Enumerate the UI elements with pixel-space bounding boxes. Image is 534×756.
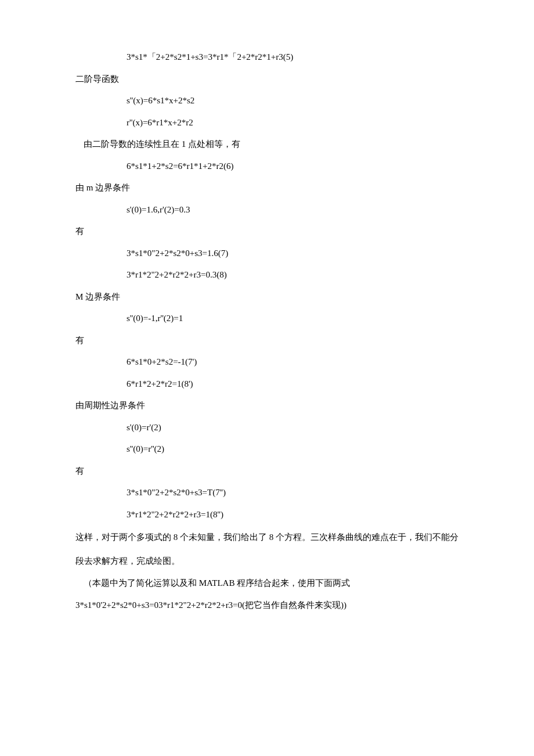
document-page: 3*s1*「2+2*s2*1+s3=3*r1*「2+2*r2*1+r3(5) 二…	[0, 0, 534, 651]
periodic-condition-1: s'(0)=r'(2)	[75, 417, 459, 439]
paragraph-summary: 这样，对于两个多项式的 8 个未知量，我们给出了 8 个方程。三次样条曲线的难点…	[75, 525, 459, 573]
heading-second-derivative: 二阶导函数	[75, 69, 459, 91]
equation-7-prime: 6*s1*0+2*s2=-1(7')	[75, 351, 459, 373]
equation-8: 3*r1*2"2+2*r2*2+r3=0.3(8)	[75, 264, 459, 286]
heading-periodic-boundary: 由周期性边界条件	[75, 395, 459, 417]
text-you-1: 有	[75, 221, 459, 243]
equation-8-double-prime: 3*r1*2"2+2*r2*2+r3=1(8'')	[75, 504, 459, 526]
equation-7-double-prime: 3*s1*0"2+2*s2*0+s3=T(7'')	[75, 482, 459, 504]
text-you-2: 有	[75, 330, 459, 352]
equation-5: 3*s1*「2+2*s2*1+s3=3*r1*「2+2*r2*1+r3(5)	[75, 46, 459, 69]
m-boundary-condition: s'(0)=1.6,r'(2)=0.3	[75, 199, 459, 221]
text-continuity-at-1: 由二阶导数的连续性且在 1 点处相等，有	[75, 134, 459, 156]
paragraph-natural-condition: 3*s1*0'2+2*s2*0+s3=03*r1*2"2+2*r2*2+r3=0…	[75, 595, 459, 617]
cap-m-boundary-condition: s''(0)=-1,r''(2)=1	[75, 308, 459, 330]
formula-s-double-prime: s''(x)=6*s1*x+2*s2	[75, 90, 459, 112]
equation-6: 6*s1*1+2*s2=6*r1*1+2*r2(6)	[75, 156, 459, 178]
text-you-3: 有	[75, 460, 459, 483]
paragraph-note: （本题中为了简化运算以及和 MATLAB 程序结合起来，使用下面两式	[75, 573, 459, 595]
equation-7: 3*s1*0"2+2*s2*0+s3=1.6(7)	[75, 243, 459, 265]
periodic-condition-2: s''(0)=r''(2)	[75, 438, 459, 460]
formula-r-double-prime: r''(x)=6*r1*x+2*r2	[75, 112, 459, 134]
equation-8-prime: 6*r1*2+2*r2=1(8')	[75, 373, 459, 395]
heading-cap-m-boundary: M 边界条件	[75, 286, 459, 308]
heading-m-boundary: 由 m 边界条件	[75, 177, 459, 199]
